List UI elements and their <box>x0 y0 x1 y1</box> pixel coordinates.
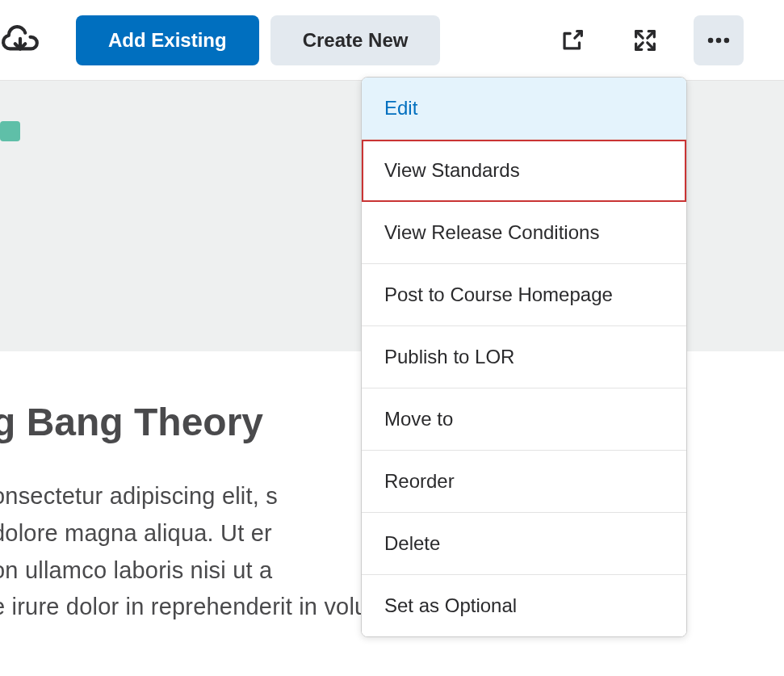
cloud-download-icon <box>0 20 40 61</box>
dropdown-item-view-release-conditions[interactable]: View Release Conditions <box>362 202 686 264</box>
banner-accent-chip <box>0 121 20 141</box>
dropdown-item-move-to[interactable]: Move to <box>362 388 686 451</box>
dropdown-item-post-to-course-homepage[interactable]: Post to Course Homepage <box>362 264 686 326</box>
more-horizontal-icon <box>705 27 732 54</box>
fullscreen-icon <box>631 27 659 54</box>
svg-point-1 <box>716 37 722 43</box>
more-actions-button[interactable] <box>694 15 744 65</box>
dropdown-item-publish-to-lor[interactable]: Publish to LOR <box>362 326 686 388</box>
open-external-button[interactable] <box>548 16 597 65</box>
dropdown-item-edit[interactable]: Edit <box>362 78 686 140</box>
create-new-button[interactable]: Create New <box>270 15 441 65</box>
dropdown-item-view-standards[interactable]: View Standards <box>362 140 686 202</box>
toolbar-right-group <box>548 15 760 65</box>
open-external-icon <box>559 27 586 54</box>
toolbar: Add Existing Create New <box>0 0 784 81</box>
dropdown-item-set-as-optional[interactable]: Set as Optional <box>362 575 686 636</box>
dropdown-item-delete[interactable]: Delete <box>362 513 686 575</box>
more-actions-dropdown: Edit View Standards View Release Conditi… <box>361 77 687 637</box>
svg-point-0 <box>708 37 714 43</box>
svg-point-2 <box>724 37 730 43</box>
fullscreen-button[interactable] <box>621 16 669 65</box>
dropdown-item-reorder[interactable]: Reorder <box>362 451 686 513</box>
add-existing-button[interactable]: Add Existing <box>76 15 259 65</box>
cloud-download-button[interactable] <box>0 15 40 65</box>
